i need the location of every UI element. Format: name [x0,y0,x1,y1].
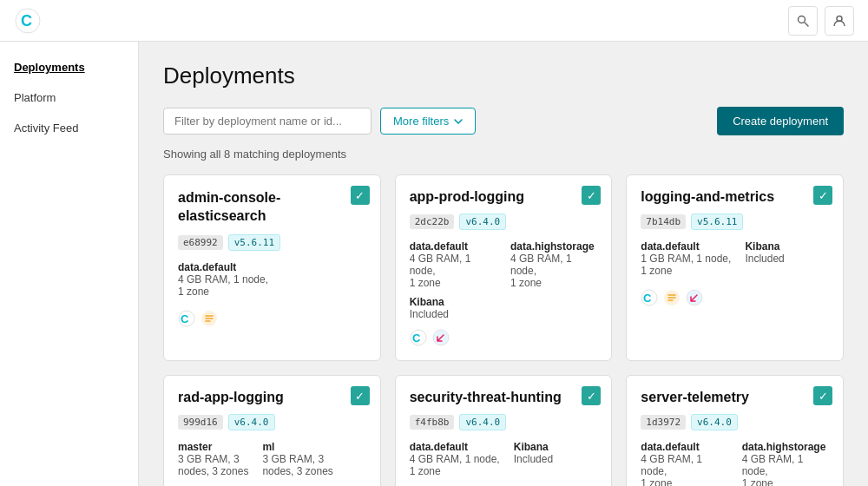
col-value: 4 GB RAM, 1 node,1 zone [410,453,500,477]
kibana-value: Included [410,308,598,320]
col-header: data.default [641,240,731,253]
card-version-badge: v5.6.11 [691,213,743,230]
svg-line-3 [805,23,808,26]
card-check-icon: ✓ [813,186,832,205]
create-deployment-button[interactable]: Create deployment [717,107,844,135]
elasticsearch-icon [201,310,218,327]
col-value: 4 GB RAM, 1 node,1 zone [641,453,727,486]
card-title: app-prod-logging [410,189,598,205]
col-header: data.default [178,261,366,273]
app-logo: C [14,7,42,35]
card-version-badge: v6.4.0 [459,414,506,430]
card-check-icon: ✓ [813,386,832,405]
svg-text:C: C [643,292,652,305]
col-value: 1 GB RAM, 1 node,1 zone [641,253,731,277]
filter-row: More filters Create deployment [163,107,844,135]
sidebar-item-platform[interactable]: Platform [0,82,138,113]
col-value: 4 GB RAM, 1 node,1 zone [178,273,366,298]
col-header: data.highstorage [510,240,597,253]
card-hash-badge: 2dc22b [410,214,455,229]
col-header: data.default [410,240,496,253]
col-header: data.default [641,441,727,453]
col-value: 4 GB RAM, 1 node,1 zone [410,253,496,289]
card-version-badge: v6.4.0 [691,414,738,430]
svg-text:C: C [21,12,32,30]
col-header: Kibana [745,240,784,253]
deployment-card[interactable]: ✓ rad-app-logging 999d16 v6.4.0 master 3… [163,375,381,486]
user-button[interactable] [825,6,854,36]
deployment-card[interactable]: ✓ logging-and-metrics 7b14db v5.6.11 dat… [626,174,844,361]
user-icon [832,14,846,28]
svg-text:C: C [412,332,421,345]
svg-point-2 [799,16,806,23]
elasticsearch-icon [663,289,681,306]
results-text: Showing all 8 matching deployments [163,148,844,161]
card-hash-badge: e68992 [178,235,223,250]
more-filters-button[interactable]: More filters [380,108,476,135]
deployment-grid: ✓ admin-console-elasticsearch e68992 v5.… [163,174,844,486]
svg-text:C: C [181,312,189,325]
col-header: data.highstorage [742,441,829,453]
elastic-cloud-icon: C [641,289,658,306]
col-value: 3 GB RAM, 3nodes, 3 zones [262,453,332,477]
card-hash-badge: 999d16 [178,415,223,430]
card-title: logging-and-metrics [641,189,829,205]
sidebar-item-deployments[interactable]: Deployments [0,52,138,82]
deployment-card[interactable]: ✓ app-prod-logging 2dc22b v6.4.0 data.de… [395,174,613,361]
sidebar: Deployments Platform Activity Feed [0,0,139,486]
card-check-icon: ✓ [351,386,370,405]
card-title: rad-app-logging [178,390,366,405]
col-value: 3 GB RAM, 3nodes, 3 zones [178,453,248,477]
card-title: server-telemetry [641,390,829,405]
col-value: 4 GB RAM, 1 node,1 zone [742,453,829,486]
kibana-icon [686,289,703,306]
kibana-label: Kibana [410,296,598,308]
kibana-icon [432,329,450,346]
col-value: Included [514,453,553,465]
card-check-icon: ✓ [582,186,601,205]
search-button[interactable] [788,6,818,36]
card-check-icon: ✓ [582,386,601,405]
card-title: security-threat-hunting [410,390,598,405]
deployment-card[interactable]: ✓ server-telemetry 1d3972 v6.4.0 data.de… [626,375,844,486]
col-value: Included [745,253,784,265]
page-title: Deployments [163,62,844,89]
deployment-card[interactable]: ✓ admin-console-elasticsearch e68992 v5.… [163,174,381,361]
card-hash-badge: 1d3972 [641,415,686,430]
col-header: master [178,441,248,453]
sidebar-item-activity-feed[interactable]: Activity Feed [0,113,138,143]
card-check-icon: ✓ [351,186,370,205]
card-version-badge: v5.6.11 [228,234,280,251]
main-content: Deployments More filters Create deployme… [139,0,868,486]
col-header: data.default [410,441,500,453]
search-icon [796,14,810,28]
col-header: Kibana [514,441,553,453]
chevron-down-icon [454,119,463,124]
card-hash-badge: 7b14db [641,214,686,229]
deployment-card[interactable]: ✓ security-threat-hunting f4fb8b v6.4.0 … [395,375,613,486]
elastic-cloud-icon: C [410,329,427,346]
elastic-cloud-icon: C [178,310,195,327]
card-version-badge: v6.4.0 [228,414,275,430]
card-hash-badge: f4fb8b [410,415,455,430]
card-title: admin-console-elasticsearch [178,189,366,226]
col-header: ml [262,441,332,453]
card-version-badge: v6.4.0 [459,213,506,230]
col-value: 4 GB RAM, 1 node,1 zone [510,253,597,289]
filter-input[interactable] [163,108,372,135]
